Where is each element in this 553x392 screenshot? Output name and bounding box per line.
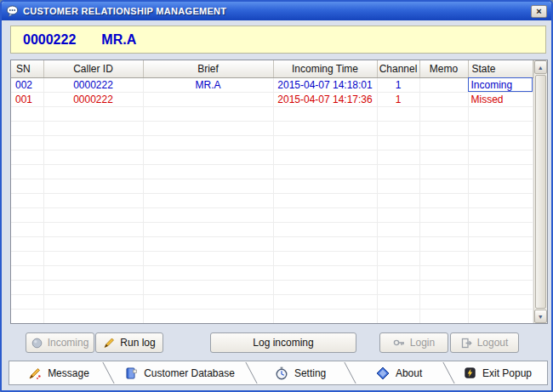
table-cell[interactable]: 1 xyxy=(377,77,419,92)
col-header-caller-id[interactable]: Caller ID xyxy=(43,60,143,77)
table-row[interactable]: 0020000222MR.A2015-04-07 14:18:011Incomi… xyxy=(11,77,533,92)
empty-cell xyxy=(468,135,533,150)
empty-cell xyxy=(468,106,533,121)
banner-caller-id: 0000222 xyxy=(23,32,76,48)
scrollbar-thumb[interactable] xyxy=(535,75,547,309)
table-cell[interactable]: 0000222 xyxy=(43,92,143,106)
empty-row xyxy=(11,294,533,309)
login-button[interactable]: Login xyxy=(379,332,448,353)
empty-cell xyxy=(273,106,377,121)
logout-icon xyxy=(461,338,472,349)
col-header-channel[interactable]: Channel xyxy=(377,60,419,77)
empty-cell xyxy=(377,150,419,164)
empty-row xyxy=(11,251,533,265)
key-icon xyxy=(393,338,405,348)
empty-cell xyxy=(143,207,273,222)
empty-cell xyxy=(43,207,143,222)
logout-button[interactable]: Logout xyxy=(450,332,519,353)
table-cell[interactable]: MR.A xyxy=(143,77,273,92)
run-log-button[interactable]: Run log xyxy=(95,332,163,353)
empty-cell xyxy=(377,222,419,236)
empty-cell xyxy=(468,164,533,179)
incoming-button-label: Incoming xyxy=(48,337,89,349)
col-header-sn[interactable]: SN xyxy=(11,60,43,77)
empty-cell xyxy=(143,222,273,236)
empty-cell xyxy=(377,106,419,121)
tab-message[interactable]: Message xyxy=(9,361,108,384)
empty-cell xyxy=(419,150,468,164)
table-cell[interactable] xyxy=(419,92,468,106)
log-incoming-button[interactable]: Log incoming xyxy=(210,332,356,353)
empty-cell xyxy=(11,135,43,150)
empty-cell xyxy=(273,265,377,280)
empty-cell xyxy=(419,265,468,280)
empty-row xyxy=(11,193,533,207)
table-cell[interactable]: 002 xyxy=(11,77,43,92)
empty-cell xyxy=(273,222,377,236)
table-cell[interactable] xyxy=(143,92,273,106)
log-incoming-button-label: Log incoming xyxy=(253,337,313,349)
empty-cell xyxy=(143,135,273,150)
incoming-button[interactable]: Incoming xyxy=(26,332,94,353)
empty-row xyxy=(11,265,533,280)
empty-cell xyxy=(419,294,468,309)
empty-cell xyxy=(11,222,43,236)
empty-cell xyxy=(273,164,377,179)
table-cell[interactable] xyxy=(419,77,468,92)
table-cell[interactable]: 1 xyxy=(377,92,419,106)
call-log-table: SN Caller ID Brief Incoming Time Channel… xyxy=(10,60,548,324)
empty-cell xyxy=(419,251,468,265)
empty-cell xyxy=(11,164,43,179)
empty-cell xyxy=(419,280,468,294)
app-icon xyxy=(6,5,19,17)
logout-button-label: Logout xyxy=(477,337,509,349)
empty-cell xyxy=(11,309,43,323)
tab-customer-database[interactable]: Customer Database xyxy=(108,361,251,384)
empty-cell xyxy=(143,294,273,309)
empty-cell xyxy=(468,179,533,193)
table-row[interactable]: 00100002222015-04-07 14:17:361Missed xyxy=(11,92,533,106)
tab-setting[interactable]: Setting xyxy=(251,361,350,384)
empty-cell xyxy=(273,309,377,323)
window-title: CUSTOMER RELATIONSHIP MANAGEMENT xyxy=(23,6,527,16)
empty-cell xyxy=(468,265,533,280)
tab-about[interactable]: About xyxy=(350,361,448,384)
empty-cell xyxy=(143,309,273,323)
col-header-brief[interactable]: Brief xyxy=(143,60,273,77)
scroll-up-button[interactable]: ▲ xyxy=(534,60,548,74)
empty-cell xyxy=(377,294,419,309)
col-header-incoming-time[interactable]: Incoming Time xyxy=(273,60,377,77)
close-button[interactable]: × xyxy=(531,5,547,18)
empty-cell xyxy=(11,193,43,207)
empty-cell xyxy=(468,121,533,135)
exit-popup-icon xyxy=(464,366,476,379)
empty-cell xyxy=(419,135,468,150)
empty-cell xyxy=(273,193,377,207)
empty-cell xyxy=(468,251,533,265)
col-header-state[interactable]: State xyxy=(468,60,533,77)
empty-cell xyxy=(43,222,143,236)
empty-cell xyxy=(377,309,419,323)
empty-cell xyxy=(43,193,143,207)
tab-exit-popup[interactable]: Exit Popup xyxy=(448,361,547,384)
table-cell[interactable]: Missed xyxy=(468,92,533,106)
message-icon xyxy=(28,366,42,380)
empty-cell xyxy=(468,150,533,164)
empty-cell xyxy=(143,280,273,294)
empty-cell xyxy=(377,265,419,280)
app-window: CUSTOMER RELATIONSHIP MANAGEMENT × 00002… xyxy=(0,0,553,392)
empty-cell xyxy=(43,236,143,251)
table-cell[interactable]: 0000222 xyxy=(43,77,143,92)
call-log-grid: SN Caller ID Brief Incoming Time Channel… xyxy=(11,60,533,324)
empty-cell xyxy=(11,207,43,222)
col-header-memo[interactable]: Memo xyxy=(419,60,468,77)
table-cell[interactable]: 001 xyxy=(11,92,43,106)
empty-cell xyxy=(377,207,419,222)
empty-cell xyxy=(11,280,43,294)
scroll-down-button[interactable]: ▼ xyxy=(534,310,548,323)
vertical-scrollbar[interactable]: ▲ ▼ xyxy=(533,60,548,323)
table-cell[interactable]: 2015-04-07 14:18:01 xyxy=(273,77,377,92)
table-cell[interactable]: Incoming xyxy=(468,77,533,92)
run-log-button-label: Run log xyxy=(120,337,155,349)
table-cell[interactable]: 2015-04-07 14:17:36 xyxy=(273,92,377,106)
